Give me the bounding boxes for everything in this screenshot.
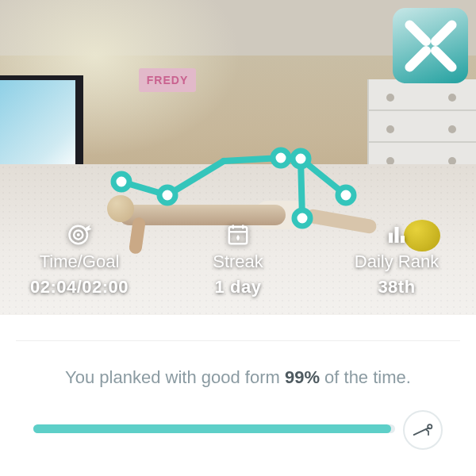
stat-streak-label: Streak xyxy=(213,251,263,272)
svg-point-9 xyxy=(293,151,309,167)
form-feedback-text: You planked with good form 99% of the ti… xyxy=(27,363,449,391)
stat-time-goal: Time/Goal 02:04/02:00 xyxy=(0,223,159,298)
stat-daily-rank: Daily Rank 38th xyxy=(317,223,476,298)
svg-rect-20 xyxy=(395,227,399,243)
logo-x-icon xyxy=(401,17,460,75)
workout-video-frame: FREDY Time/Goal xyxy=(0,0,476,315)
bar-chart-icon xyxy=(385,223,409,247)
stats-bar: Time/Goal 02:04/02:00 Streak 1 day Daily… xyxy=(0,223,476,298)
form-feedback-card: You planked with good form 99% of the ti… xyxy=(16,340,460,447)
target-icon xyxy=(67,223,91,247)
plank-icon xyxy=(412,421,434,439)
svg-point-8 xyxy=(273,150,289,166)
stat-rank-label: Daily Rank xyxy=(355,251,439,272)
progress-fill xyxy=(33,424,391,433)
svg-rect-19 xyxy=(389,233,393,244)
calendar-flame-icon xyxy=(226,223,250,247)
form-feedback-percent: 99% xyxy=(285,367,320,387)
form-progress xyxy=(33,410,443,447)
form-feedback-suffix: of the time. xyxy=(320,367,411,387)
svg-point-14 xyxy=(77,233,80,236)
svg-point-11 xyxy=(338,187,354,203)
stat-streak-value: 1 day xyxy=(215,277,262,298)
stat-time-goal-label: Time/Goal xyxy=(40,251,120,272)
app-logo[interactable] xyxy=(393,8,468,83)
svg-rect-21 xyxy=(401,236,405,243)
stat-rank-value: 38th xyxy=(378,277,415,298)
stat-time-goal-value: 02:04/02:00 xyxy=(30,277,129,298)
svg-point-6 xyxy=(113,174,129,190)
plank-icon-badge xyxy=(403,410,443,450)
form-feedback-prefix: You planked with good form xyxy=(65,367,285,387)
stat-streak: Streak 1 day xyxy=(159,223,317,298)
svg-point-7 xyxy=(159,187,175,203)
